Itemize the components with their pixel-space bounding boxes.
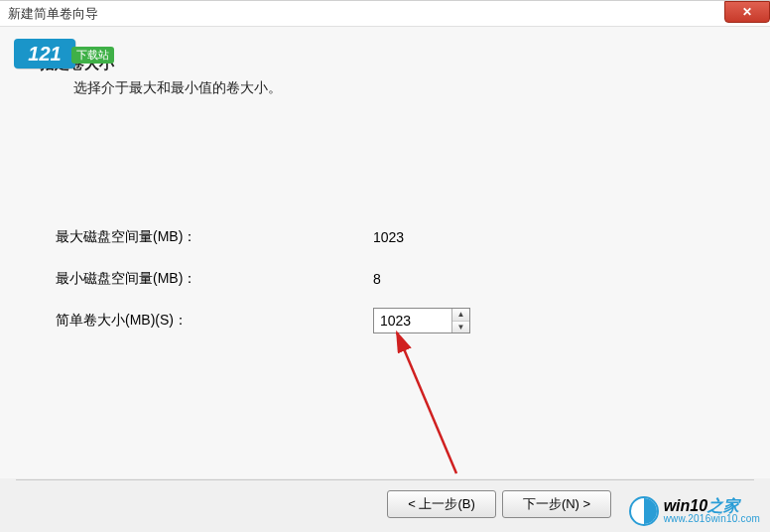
form-area: 最大磁盘空间量(MB)： 1023 最小磁盘空间量(MB)： 8 简单卷大小(M… bbox=[56, 216, 740, 341]
volume-size-input[interactable] bbox=[374, 309, 451, 332]
max-space-row: 最大磁盘空间量(MB)： 1023 bbox=[56, 216, 740, 258]
max-space-label: 最大磁盘空间量(MB)： bbox=[56, 228, 373, 246]
watermark-logo-icon bbox=[629, 496, 659, 526]
page-subheading: 选择介于最大和最小值的卷大小。 bbox=[73, 79, 740, 97]
wizard-window: 新建简单卷向导 121 下载站 指定卷大小 选择介于最大和最小值的卷大小。 最大… bbox=[0, 0, 770, 532]
close-button[interactable] bbox=[724, 1, 770, 23]
watermark-url: www.2016win10.com bbox=[664, 514, 760, 524]
badge-number: 121 bbox=[28, 43, 61, 66]
page-heading: 指定卷大小 bbox=[40, 55, 740, 73]
annotation-arrow-icon bbox=[318, 325, 476, 493]
window-title: 新建简单卷向导 bbox=[8, 5, 98, 23]
max-space-value: 1023 bbox=[373, 229, 404, 245]
spin-down-button[interactable] bbox=[452, 322, 469, 333]
volume-size-row: 简单卷大小(MB)(S)： bbox=[56, 300, 740, 341]
title-bar: 新建简单卷向导 bbox=[0, 1, 770, 27]
volume-size-label: 简单卷大小(MB)(S)： bbox=[56, 312, 373, 330]
back-button[interactable]: < 上一步(B) bbox=[387, 490, 496, 518]
watermark-text: win10之家 www.2016win10.com bbox=[664, 498, 760, 524]
site-badge-label: 下载站 bbox=[71, 47, 114, 64]
watermark-brand-suffix: 之家 bbox=[707, 497, 739, 514]
watermark-brand-main: win10 bbox=[664, 497, 707, 514]
min-space-value: 8 bbox=[373, 271, 381, 287]
wizard-content: 指定卷大小 选择介于最大和最小值的卷大小。 最大磁盘空间量(MB)： 1023 … bbox=[0, 27, 770, 478]
watermark: win10之家 www.2016win10.com bbox=[629, 496, 760, 526]
min-space-row: 最小磁盘空间量(MB)： 8 bbox=[56, 258, 740, 300]
watermark-brand: win10之家 bbox=[664, 498, 760, 514]
separator bbox=[16, 479, 754, 480]
svg-line-0 bbox=[397, 332, 456, 473]
site-badge: 121 bbox=[14, 39, 75, 68]
spinner-buttons bbox=[451, 309, 469, 332]
heading-area: 指定卷大小 选择介于最大和最小值的卷大小。 bbox=[40, 55, 740, 97]
next-button[interactable]: 下一步(N) > bbox=[502, 490, 611, 518]
min-space-label: 最小磁盘空间量(MB)： bbox=[56, 270, 373, 288]
wizard-buttons: < 上一步(B) 下一步(N) > bbox=[387, 490, 611, 518]
spin-up-button[interactable] bbox=[452, 309, 469, 322]
volume-size-spinner[interactable] bbox=[373, 308, 470, 333]
